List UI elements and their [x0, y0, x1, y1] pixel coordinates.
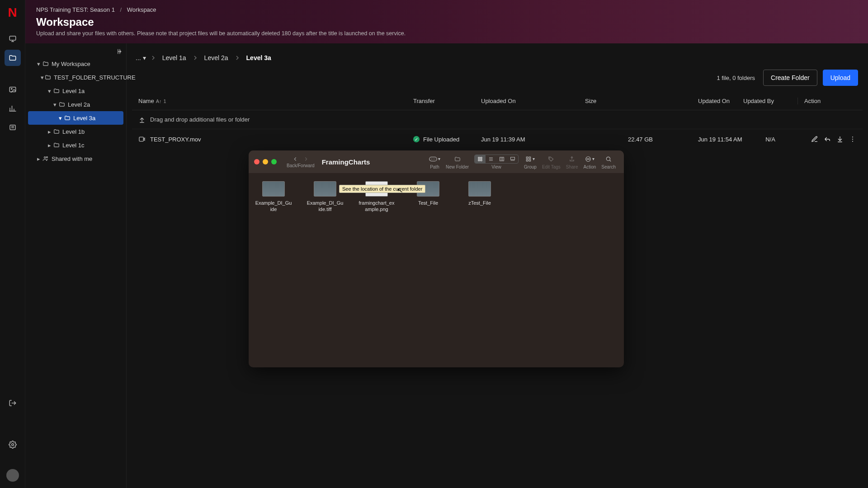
finder-group-button[interactable]: ▾ — [525, 155, 535, 164]
col-updated-on[interactable]: Updated On — [653, 98, 743, 104]
col-updated-by[interactable]: Updated By — [743, 98, 797, 104]
finder-item[interactable]: Example_DI_Guide.tiff — [307, 181, 344, 359]
user-avatar[interactable] — [6, 469, 19, 482]
tree-label: TEST_FOLDER_STRUCTURE — [54, 74, 136, 81]
col-name[interactable]: Name A↑ 1 — [138, 98, 413, 104]
finder-toolbar: Back/Forward FramingCharts ▾ Path New Fo… — [249, 150, 624, 173]
finder-item[interactable]: framingchart_example.png — [358, 181, 395, 359]
svg-rect-13 — [481, 157, 482, 159]
svg-rect-7 — [139, 137, 143, 141]
finder-edit-tags-button — [548, 155, 554, 164]
tree-node-level-2a[interactable]: ▾ Level 2a — [28, 98, 123, 111]
nav-item-list[interactable] — [5, 119, 21, 136]
svg-point-2 — [11, 88, 12, 89]
nav-item-workspace[interactable] — [5, 50, 21, 66]
finder-item[interactable]: Test_File — [410, 181, 447, 359]
finder-title: FramingCharts — [322, 158, 370, 166]
folder-icon — [9, 54, 17, 62]
create-folder-button[interactable]: Create Folder — [763, 70, 817, 86]
dropzone-label: Drag and drop additional files or folder — [150, 116, 250, 123]
finder-search-button[interactable] — [605, 155, 612, 164]
more-icon[interactable] — [849, 136, 856, 143]
finder-item[interactable]: Example_DI_Guide — [255, 181, 292, 359]
svg-point-25 — [587, 159, 587, 159]
finder-back-button[interactable] — [292, 156, 298, 162]
minimize-window-button[interactable] — [263, 159, 268, 164]
folder-icon — [53, 88, 60, 94]
svg-rect-14 — [478, 160, 480, 161]
zoom-window-button[interactable] — [271, 159, 277, 164]
header: NPS Training TEST: Season 1 / Workspace … — [25, 0, 868, 43]
edit-icon[interactable] — [811, 136, 818, 143]
svg-rect-17 — [511, 157, 515, 160]
nav-item-logout[interactable] — [5, 395, 21, 411]
finder-body[interactable]: See the location of the current folder ↖… — [249, 173, 624, 367]
path-seg-level-2a[interactable]: Level 2a — [199, 54, 234, 61]
file-table: Name A↑ 1 Transfer Uploaded On Size Upda… — [132, 92, 863, 149]
tree-node-test-folder[interactable]: ▾ TEST_FOLDER_STRUCTURE — [28, 70, 123, 84]
finder-window[interactable]: Back/Forward FramingCharts ▾ Path New Fo… — [249, 150, 624, 367]
finder-action-button[interactable]: ▾ — [585, 155, 594, 164]
close-window-button[interactable] — [254, 159, 259, 164]
breadcrumb-root[interactable]: NPS Training TEST: Season 1 — [36, 6, 115, 13]
nav-item-media[interactable] — [5, 81, 21, 98]
tree-node-shared[interactable]: ▸ Shared with me — [28, 152, 123, 165]
tree-node-level-1a[interactable]: ▾ Level 1a — [28, 84, 123, 98]
svg-rect-18 — [527, 157, 528, 159]
svg-point-27 — [606, 157, 610, 160]
nav-item-settings[interactable] — [5, 436, 21, 453]
finder-new-folder-button[interactable] — [453, 155, 462, 164]
path-ellipsis[interactable]: ... ▾ — [132, 52, 150, 63]
size-value: 22.47 GB — [585, 136, 653, 143]
col-transfer[interactable]: Transfer — [413, 98, 481, 104]
chevron-right-icon — [234, 54, 241, 61]
finder-item[interactable]: zTest_File — [461, 181, 498, 359]
toolbar-row: 1 file, 0 folders Create Folder Upload — [132, 66, 863, 89]
nav-item-home[interactable] — [5, 31, 21, 47]
file-name: Test_File — [418, 200, 438, 206]
tree-node-level-3a[interactable]: ▾ Level 3a — [28, 111, 123, 125]
folder-icon — [59, 101, 65, 108]
nav-item-analytics[interactable] — [5, 100, 21, 117]
check-icon: ✓ — [413, 136, 420, 142]
chevron-right-icon — [150, 54, 157, 61]
sort-priority: 1 — [164, 99, 166, 104]
path-seg-level-1a[interactable]: Level 1a — [157, 54, 192, 61]
share-icon[interactable] — [824, 136, 831, 143]
updated-by-value: N/A — [743, 136, 797, 143]
file-name: zTest_File — [468, 200, 491, 206]
upload-button[interactable]: Upload — [823, 70, 858, 86]
list-icon — [9, 123, 17, 131]
view-list-button[interactable] — [486, 155, 496, 164]
caret-down-icon: ▾ — [52, 101, 58, 108]
view-gallery-button[interactable] — [507, 155, 518, 164]
tree-node-level-1c[interactable]: ▸ Level 1c — [28, 138, 123, 152]
table-row[interactable]: TEST_PROXY.mov ✓ File Uploaded Jun 19 11… — [132, 129, 863, 149]
svg-rect-0 — [9, 36, 16, 40]
col-uploaded-on[interactable]: Uploaded On — [481, 98, 585, 104]
download-icon[interactable] — [836, 136, 844, 143]
path-seg-level-3a: Level 3a — [241, 54, 277, 61]
finder-path-button[interactable]: ▾ — [429, 155, 440, 164]
finder-forward-button[interactable] — [303, 156, 309, 162]
tree-node-level-1b[interactable]: ▸ Level 1b — [28, 125, 123, 138]
view-icons-button[interactable] — [475, 155, 486, 164]
view-columns-button[interactable] — [496, 155, 507, 164]
tree-node-my-workspace[interactable]: ▾ My Workspace — [28, 57, 123, 70]
collapse-sidebar-icon[interactable] — [115, 48, 123, 55]
breadcrumb: NPS Training TEST: Season 1 / Workspace — [36, 6, 857, 13]
table-header: Name A↑ 1 Transfer Uploaded On Size Upda… — [132, 92, 863, 110]
upload-icon — [138, 116, 146, 123]
uploaded-on-value: Jun 19 11:39 AM — [481, 136, 585, 143]
finder-tool-label: New Folder — [446, 164, 469, 169]
finder-nav-label: Back/Forward — [287, 163, 315, 168]
dropzone-row[interactable]: Drag and drop additional files or folder — [132, 110, 863, 129]
app-logo[interactable]: N — [5, 5, 20, 20]
breadcrumb-current: Workspace — [127, 6, 156, 13]
file-thumbnail — [468, 181, 491, 197]
folder-icon — [53, 142, 60, 148]
users-icon — [42, 155, 49, 162]
caret-down-icon: ▾ — [35, 61, 42, 67]
col-size[interactable]: Size — [585, 98, 653, 104]
video-icon — [138, 136, 146, 143]
